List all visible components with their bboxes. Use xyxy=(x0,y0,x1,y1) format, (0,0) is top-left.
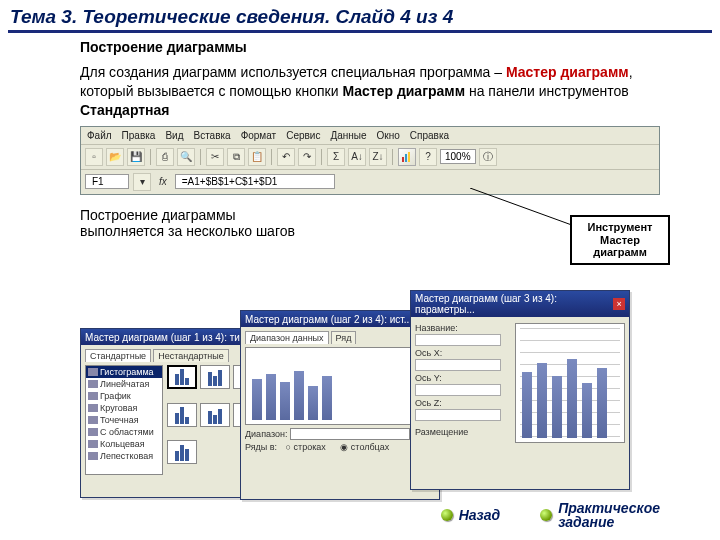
sort-asc-icon[interactable]: A↓ xyxy=(348,148,366,166)
wizard3-fields: Название: Ось X: Ось Y: Ось Z: Размещени… xyxy=(415,321,501,439)
zoom-field[interactable]: 100% xyxy=(440,149,476,164)
highlight-master: Мастер диаграмм xyxy=(506,64,629,80)
legend-label: Размещение xyxy=(415,427,501,437)
list-item[interactable]: Кольцевая xyxy=(86,438,162,450)
list-item[interactable]: Гистограмма xyxy=(86,366,162,378)
menu-bar: Файл Правка Вид Вставка Формат Сервис Да… xyxy=(81,127,659,145)
y-input[interactable] xyxy=(415,384,501,396)
text: Для создания диаграмм используется специ… xyxy=(80,64,506,80)
list-item[interactable]: С областями xyxy=(86,426,162,438)
wizard3-titlebar: Мастер диаграмм (шаг 3 из 4): параметры.… xyxy=(411,291,629,317)
range-label: Диапазон: xyxy=(245,429,287,439)
slide-title: Тема 3. Теоретические сведения. Слайд 4 … xyxy=(0,0,720,30)
practice-link[interactable]: Практическое задание xyxy=(540,501,660,530)
bullet-icon xyxy=(441,509,453,521)
tab-range[interactable]: Диапазон данных xyxy=(245,331,329,344)
separator xyxy=(200,149,201,165)
menu-file[interactable]: Файл xyxy=(87,130,112,141)
wizard3-preview-chart xyxy=(515,323,625,443)
list-item[interactable]: Лепестковая xyxy=(86,450,162,462)
back-link[interactable]: Назад xyxy=(441,508,500,523)
menu-data[interactable]: Данные xyxy=(330,130,366,141)
undo-icon[interactable]: ↶ xyxy=(277,148,295,166)
svg-line-3 xyxy=(470,188,580,228)
chart-type-list[interactable]: Гистограмма Линейчатая График Круговая Т… xyxy=(85,365,163,475)
svg-rect-0 xyxy=(402,157,404,162)
callout-box: Инструмент Мастер диаграмм xyxy=(570,215,670,265)
menu-help[interactable]: Справка xyxy=(410,130,449,141)
menu-window[interactable]: Окно xyxy=(377,130,400,141)
chart-icon xyxy=(401,151,413,163)
svg-rect-2 xyxy=(408,152,410,162)
content-area: Построение диаграммы Для создания диагра… xyxy=(0,39,720,120)
separator xyxy=(321,149,322,165)
toolbar-icons: ▫ 📂 💾 ⎙ 🔍 ✂ ⧉ 📋 ↶ ↷ Σ A↓ Z↓ ? 100% ⓘ xyxy=(81,145,659,170)
new-icon[interactable]: ▫ xyxy=(85,148,103,166)
menu-tools[interactable]: Сервис xyxy=(286,130,320,141)
x-input[interactable] xyxy=(415,359,501,371)
list-item[interactable]: Точечная xyxy=(86,414,162,426)
chart-wizard-button[interactable] xyxy=(398,148,416,166)
info-icon[interactable]: ⓘ xyxy=(479,148,497,166)
wizard3-title: Мастер диаграмм (шаг 3 из 4): параметры.… xyxy=(415,293,613,315)
tab-custom[interactable]: Нестандартные xyxy=(153,349,229,362)
excel-toolbar: Файл Правка Вид Вставка Формат Сервис Да… xyxy=(80,126,660,195)
callout-line2: Мастер xyxy=(580,234,660,247)
radio-rows[interactable]: ○ строках xyxy=(286,442,332,452)
rows-in: Ряды в: ○ строках ◉ столбцах xyxy=(245,442,435,452)
redo-icon[interactable]: ↷ xyxy=(298,148,316,166)
formula-input[interactable]: =A1+$B$1+C$1+$D1 xyxy=(175,174,335,189)
paste-icon[interactable]: 📋 xyxy=(248,148,266,166)
dropdown-icon[interactable]: ▾ xyxy=(133,173,151,191)
z-input[interactable] xyxy=(415,409,501,421)
menu-insert[interactable]: Вставка xyxy=(193,130,230,141)
help-icon[interactable]: ? xyxy=(419,148,437,166)
save-icon[interactable]: 💾 xyxy=(127,148,145,166)
tab-series[interactable]: Ряд xyxy=(331,331,357,344)
radio-cols[interactable]: ◉ столбцах xyxy=(340,442,395,452)
field-z: Ось Z: xyxy=(415,398,501,421)
preview-icon[interactable]: 🔍 xyxy=(177,148,195,166)
cell-reference[interactable]: F1 xyxy=(85,174,129,189)
bold-master: Мастер диаграмм xyxy=(342,83,465,99)
callout-line3: диаграмм xyxy=(580,246,660,259)
bullet-icon xyxy=(540,509,552,521)
sort-desc-icon[interactable]: Z↓ xyxy=(369,148,387,166)
subtype-thumb[interactable] xyxy=(167,365,197,389)
menu-format[interactable]: Формат xyxy=(241,130,277,141)
subtype-thumb[interactable] xyxy=(200,403,230,427)
range-input[interactable] xyxy=(290,428,410,440)
fx-label[interactable]: fx xyxy=(155,176,171,187)
subtype-thumb[interactable] xyxy=(200,365,230,389)
bold-std: Стандартная xyxy=(80,102,170,118)
list-item[interactable]: График xyxy=(86,390,162,402)
title-input[interactable] xyxy=(415,334,501,346)
wizard-stack: Мастер диаграмм (шаг 1 из 4): тип... × С… xyxy=(80,310,620,510)
list-item[interactable]: Круговая xyxy=(86,402,162,414)
title-underline xyxy=(8,30,712,33)
subtype-thumb[interactable] xyxy=(167,440,197,464)
svg-rect-1 xyxy=(405,154,407,162)
menu-edit[interactable]: Правка xyxy=(122,130,156,141)
print-icon[interactable]: ⎙ xyxy=(156,148,174,166)
wizard2-title: Мастер диаграмм (шаг 2 из 4): ист... xyxy=(245,314,412,325)
section-subtitle: Построение диаграммы xyxy=(80,39,660,55)
wizard2-preview-chart xyxy=(245,347,435,425)
callout-line1: Инструмент xyxy=(580,221,660,234)
list-item[interactable]: Линейчатая xyxy=(86,378,162,390)
field-title: Название: xyxy=(415,323,501,346)
separator xyxy=(150,149,151,165)
bottom-nav: Назад Практическое задание xyxy=(441,501,660,530)
close-icon[interactable]: × xyxy=(613,298,625,310)
tab-standard[interactable]: Стандартные xyxy=(85,349,151,362)
range-field: Диапазон: xyxy=(245,428,435,440)
menu-view[interactable]: Вид xyxy=(165,130,183,141)
copy-icon[interactable]: ⧉ xyxy=(227,148,245,166)
steps-paragraph: Построение диаграммы выполняется за неск… xyxy=(0,195,320,239)
sum-icon[interactable]: Σ xyxy=(327,148,345,166)
wizard-step3-window: Мастер диаграмм (шаг 3 из 4): параметры.… xyxy=(410,290,630,490)
open-icon[interactable]: 📂 xyxy=(106,148,124,166)
field-y: Ось Y: xyxy=(415,373,501,396)
subtype-thumb[interactable] xyxy=(167,403,197,427)
cut-icon[interactable]: ✂ xyxy=(206,148,224,166)
